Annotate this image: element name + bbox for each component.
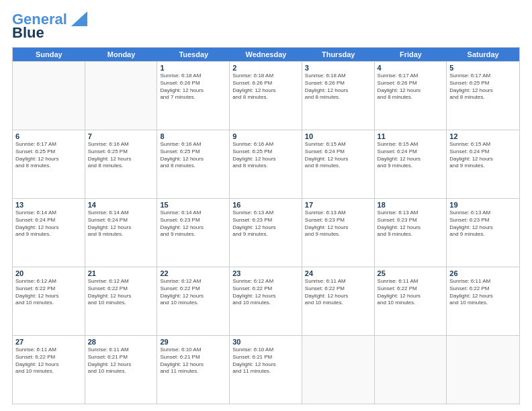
day-number: 25	[378, 269, 444, 277]
cal-header-tuesday: Tuesday	[157, 48, 230, 61]
day-number: 24	[305, 269, 371, 277]
day-number: 12	[449, 132, 517, 140]
cal-week-3: 13Sunrise: 6:14 AM Sunset: 6:24 PM Dayli…	[13, 198, 519, 267]
day-number: 29	[160, 338, 226, 346]
day-number: 3	[305, 64, 371, 72]
cal-cell	[13, 62, 85, 130]
day-info: Sunrise: 6:11 AM Sunset: 6:22 PM Dayligh…	[449, 278, 517, 307]
cal-week-2: 6Sunrise: 6:17 AM Sunset: 6:25 PM Daylig…	[13, 130, 519, 198]
day-number: 7	[88, 132, 154, 140]
cal-week-5: 27Sunrise: 6:11 AM Sunset: 6:22 PM Dayli…	[13, 335, 519, 404]
cal-cell: 22Sunrise: 6:12 AM Sunset: 6:22 PM Dayli…	[157, 267, 230, 335]
cal-cell: 25Sunrise: 6:11 AM Sunset: 6:22 PM Dayli…	[375, 267, 447, 335]
day-number: 26	[449, 269, 517, 277]
day-info: Sunrise: 6:14 AM Sunset: 6:23 PM Dayligh…	[160, 210, 226, 238]
calendar-body: 1Sunrise: 6:18 AM Sunset: 6:26 PM Daylig…	[13, 61, 519, 404]
day-number: 30	[232, 338, 299, 346]
cal-cell: 30Sunrise: 6:10 AM Sunset: 6:21 PM Dayli…	[230, 336, 302, 404]
day-number: 11	[378, 132, 444, 140]
logo-arrow-icon	[69, 11, 87, 26]
cal-cell: 11Sunrise: 6:15 AM Sunset: 6:24 PM Dayli…	[375, 130, 447, 198]
day-number: 16	[232, 201, 299, 209]
day-number: 1	[160, 64, 226, 72]
day-info: Sunrise: 6:12 AM Sunset: 6:22 PM Dayligh…	[232, 278, 299, 307]
day-info: Sunrise: 6:15 AM Sunset: 6:24 PM Dayligh…	[449, 141, 517, 170]
day-info: Sunrise: 6:17 AM Sunset: 6:25 PM Dayligh…	[15, 141, 82, 170]
day-number: 22	[160, 269, 226, 277]
cal-cell: 8Sunrise: 6:16 AM Sunset: 6:25 PM Daylig…	[157, 130, 230, 198]
day-number: 19	[449, 201, 517, 209]
cal-cell: 24Sunrise: 6:11 AM Sunset: 6:22 PM Dayli…	[302, 267, 375, 335]
cal-cell: 3Sunrise: 6:18 AM Sunset: 6:26 PM Daylig…	[302, 62, 375, 130]
cal-header-thursday: Thursday	[302, 48, 375, 61]
day-info: Sunrise: 6:17 AM Sunset: 6:25 PM Dayligh…	[449, 73, 517, 101]
day-info: Sunrise: 6:16 AM Sunset: 6:25 PM Dayligh…	[232, 141, 299, 170]
day-number: 28	[88, 338, 154, 346]
cal-week-4: 20Sunrise: 6:12 AM Sunset: 6:22 PM Dayli…	[13, 267, 519, 335]
day-number: 9	[232, 132, 299, 140]
day-number: 17	[305, 201, 371, 209]
day-info: Sunrise: 6:15 AM Sunset: 6:24 PM Dayligh…	[305, 141, 371, 170]
cal-cell: 27Sunrise: 6:11 AM Sunset: 6:22 PM Dayli…	[13, 336, 85, 404]
day-info: Sunrise: 6:16 AM Sunset: 6:25 PM Dayligh…	[88, 141, 154, 170]
cal-cell: 2Sunrise: 6:18 AM Sunset: 6:26 PM Daylig…	[230, 62, 302, 130]
day-info: Sunrise: 6:13 AM Sunset: 6:23 PM Dayligh…	[378, 210, 444, 238]
cal-cell: 26Sunrise: 6:11 AM Sunset: 6:22 PM Dayli…	[447, 267, 519, 335]
day-info: Sunrise: 6:11 AM Sunset: 6:22 PM Dayligh…	[305, 278, 371, 307]
header: General Blue	[12, 12, 520, 40]
day-number: 18	[378, 201, 444, 209]
cal-cell: 17Sunrise: 6:13 AM Sunset: 6:23 PM Dayli…	[302, 199, 375, 267]
day-info: Sunrise: 6:11 AM Sunset: 6:22 PM Dayligh…	[15, 347, 82, 375]
day-info: Sunrise: 6:13 AM Sunset: 6:23 PM Dayligh…	[449, 210, 517, 238]
day-info: Sunrise: 6:10 AM Sunset: 6:21 PM Dayligh…	[232, 347, 299, 375]
cal-cell: 16Sunrise: 6:13 AM Sunset: 6:23 PM Dayli…	[230, 199, 302, 267]
cal-week-1: 1Sunrise: 6:18 AM Sunset: 6:26 PM Daylig…	[13, 61, 519, 130]
calendar-header: SundayMondayTuesdayWednesdayThursdayFrid…	[13, 48, 519, 61]
day-info: Sunrise: 6:16 AM Sunset: 6:25 PM Dayligh…	[160, 141, 226, 170]
day-number: 6	[15, 132, 82, 140]
calendar: SundayMondayTuesdayWednesdayThursdayFrid…	[12, 47, 520, 404]
cal-header-wednesday: Wednesday	[230, 48, 302, 61]
day-info: Sunrise: 6:18 AM Sunset: 6:26 PM Dayligh…	[305, 73, 371, 101]
cal-cell: 21Sunrise: 6:12 AM Sunset: 6:22 PM Dayli…	[85, 267, 158, 335]
cal-cell	[447, 336, 519, 404]
day-info: Sunrise: 6:10 AM Sunset: 6:21 PM Dayligh…	[160, 347, 226, 375]
day-number: 27	[15, 338, 82, 346]
day-number: 21	[88, 269, 154, 277]
day-info: Sunrise: 6:12 AM Sunset: 6:22 PM Dayligh…	[160, 278, 226, 307]
day-info: Sunrise: 6:11 AM Sunset: 6:22 PM Dayligh…	[378, 278, 444, 307]
day-info: Sunrise: 6:18 AM Sunset: 6:26 PM Dayligh…	[232, 73, 299, 101]
logo-blue: Blue	[12, 26, 44, 40]
day-info: Sunrise: 6:18 AM Sunset: 6:26 PM Dayligh…	[160, 73, 226, 101]
day-number: 15	[160, 201, 226, 209]
cal-cell: 20Sunrise: 6:12 AM Sunset: 6:22 PM Dayli…	[13, 267, 85, 335]
cal-cell: 23Sunrise: 6:12 AM Sunset: 6:22 PM Dayli…	[230, 267, 302, 335]
cal-header-monday: Monday	[85, 48, 158, 61]
day-info: Sunrise: 6:17 AM Sunset: 6:26 PM Dayligh…	[378, 73, 444, 101]
day-number: 5	[449, 64, 517, 72]
day-info: Sunrise: 6:14 AM Sunset: 6:24 PM Dayligh…	[88, 210, 154, 238]
day-info: Sunrise: 6:11 AM Sunset: 6:21 PM Dayligh…	[88, 347, 154, 375]
cal-cell: 13Sunrise: 6:14 AM Sunset: 6:24 PM Dayli…	[13, 199, 85, 267]
cal-cell: 19Sunrise: 6:13 AM Sunset: 6:23 PM Dayli…	[447, 199, 519, 267]
day-number: 14	[88, 201, 154, 209]
cal-cell: 7Sunrise: 6:16 AM Sunset: 6:25 PM Daylig…	[85, 130, 158, 198]
cal-cell: 18Sunrise: 6:13 AM Sunset: 6:23 PM Dayli…	[375, 199, 447, 267]
cal-cell	[302, 336, 375, 404]
cal-cell: 14Sunrise: 6:14 AM Sunset: 6:24 PM Dayli…	[85, 199, 158, 267]
cal-cell: 5Sunrise: 6:17 AM Sunset: 6:25 PM Daylig…	[447, 62, 519, 130]
cal-cell	[375, 336, 447, 404]
day-number: 10	[305, 132, 371, 140]
cal-cell: 12Sunrise: 6:15 AM Sunset: 6:24 PM Dayli…	[447, 130, 519, 198]
day-number: 4	[378, 64, 444, 72]
day-number: 8	[160, 132, 226, 140]
day-info: Sunrise: 6:13 AM Sunset: 6:23 PM Dayligh…	[305, 210, 371, 238]
cal-cell: 10Sunrise: 6:15 AM Sunset: 6:24 PM Dayli…	[302, 130, 375, 198]
cal-cell: 9Sunrise: 6:16 AM Sunset: 6:25 PM Daylig…	[230, 130, 302, 198]
day-info: Sunrise: 6:13 AM Sunset: 6:23 PM Dayligh…	[232, 210, 299, 238]
cal-cell	[85, 62, 158, 130]
day-number: 23	[232, 269, 299, 277]
day-number: 13	[15, 201, 82, 209]
day-number: 20	[15, 269, 82, 277]
svg-marker-0	[71, 11, 87, 26]
